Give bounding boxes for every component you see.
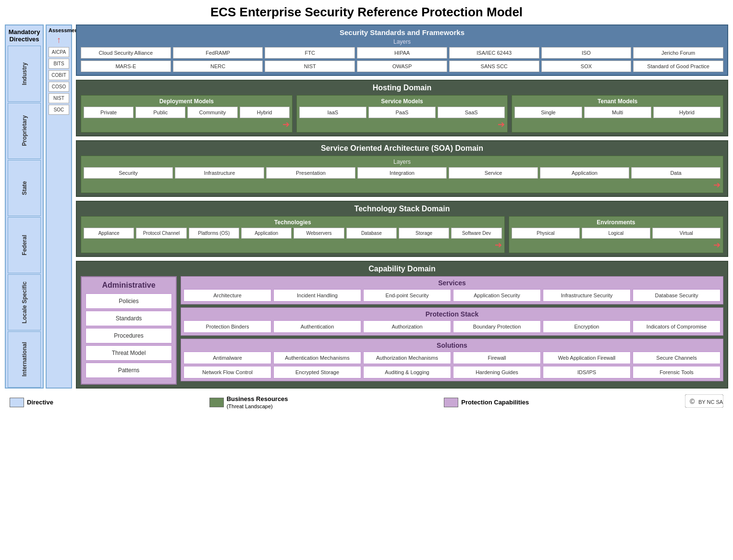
deployment-models-cells: Private Public Community Hybrid: [84, 107, 290, 118]
sol-forensic: Forensic Tools: [633, 366, 721, 378]
service-models-section: Service Models IaaS PaaS SaaS ➔: [296, 95, 508, 133]
sol-auth-mech: Authentication Mechanisms: [273, 352, 361, 364]
env-physical: Physical: [512, 228, 580, 239]
tech-domain-box: Technology Stack Domain Technologies App…: [76, 201, 728, 257]
tech-inner: Technologies Appliance Protocol Channel …: [81, 216, 723, 253]
deploy-public: Public: [135, 107, 185, 118]
sol-antimalware: Antimalware: [183, 352, 271, 364]
protection-stack-title: Protection Stack: [183, 310, 721, 318]
tech-appliance: Appliance: [84, 228, 134, 239]
administrative-title: Administrative: [86, 281, 172, 290]
soa-subtitle: Layers: [84, 158, 721, 165]
deploy-hybrid: Hybrid: [240, 107, 290, 118]
sol-auditing: Auditing & Logging: [363, 366, 451, 378]
legend-directive: Directive: [10, 398, 53, 407]
service-models-title: Service Models: [299, 98, 505, 105]
std-cell-csa: Cloud Security Alliance: [81, 47, 171, 59]
admin-threat-model: Threat Model: [86, 345, 172, 361]
security-standards-box: Security Standards and Frameworks Layers…: [76, 24, 728, 76]
env-virtual: Virtual: [652, 228, 721, 239]
prot-authentication: Authentication: [273, 320, 361, 333]
sol-hardening: Hardening Guides: [453, 366, 541, 378]
assessment-column: Assessment ↑ AICPA BITS COBIT COSO NIST …: [46, 24, 72, 389]
directive-title: Mandatory Directives: [8, 28, 41, 43]
prot-authorization: Authorization: [363, 320, 451, 333]
assessment-item-aicpa: AICPA: [49, 47, 69, 57]
environments-section: Environments Physical Logical Virtual ➔: [509, 216, 723, 253]
directive-box: Mandatory Directives Industry Proprietar…: [5, 24, 44, 389]
tech-softwaredev: Software Dev: [451, 228, 501, 239]
security-standards-subtitle: Layers: [81, 38, 723, 45]
service-arrow-icon: ➔: [299, 119, 505, 130]
std-cell-isa: ISA/IEC 62443: [449, 47, 539, 59]
hosting-domain-title: Hosting Domain: [81, 84, 723, 92]
env-arrow-icon: ➔: [512, 240, 721, 250]
tech-webservers: Webservers: [293, 228, 344, 239]
legend-directive-label: Directive: [27, 399, 53, 406]
std-cell-ftc: FTC: [265, 47, 355, 59]
assessment-item-soc: SOC: [49, 105, 69, 115]
prot-boundary: Boundary Protection: [453, 320, 541, 333]
legend-protection: Protection Capabilities: [444, 398, 529, 407]
soa-cells: Security Infrastructure Presentation Int…: [84, 167, 721, 179]
right-content: Security Standards and Frameworks Layers…: [76, 24, 728, 389]
left-sidebar: Mandatory Directives Industry Proprietar…: [5, 24, 72, 389]
soa-service: Service: [449, 167, 538, 179]
security-standards-title: Security Standards and Frameworks: [81, 28, 723, 37]
technologies-section: Technologies Appliance Protocol Channel …: [81, 216, 505, 253]
std-cell-fedramp: FedRAMP: [173, 47, 263, 59]
service-paas: PaaS: [368, 107, 436, 118]
assessment-title: Assessment: [49, 27, 69, 33]
prot-indicators: Indicators of Compromise: [633, 320, 721, 333]
svc-endpoint: End-point Security: [363, 289, 451, 302]
soa-inner: Layers Security Infrastructure Presentat…: [81, 156, 723, 193]
admin-patterns: Patterns: [86, 363, 172, 378]
tenant-hybrid: Hybrid: [653, 107, 721, 118]
service-saas: SaaS: [438, 107, 505, 118]
svg-text:BY NC SA: BY NC SA: [698, 399, 723, 405]
sol-encrypted-storage: Encrypted Storage: [273, 366, 361, 378]
std-cell-hipaa: HIPAA: [357, 47, 447, 59]
services-row1: Architecture Incident Handling End-point…: [183, 289, 721, 302]
capability-domain-box: Capability Domain Administrative Policie…: [76, 261, 728, 389]
deployment-models-title: Deployment Models: [84, 98, 290, 105]
deploy-private: Private: [84, 107, 134, 118]
security-standards-grid-row2: MARS-E NERC NIST OWASP SANS SCC SOX Stan…: [81, 61, 723, 72]
tech-protocol: Protocol Channel: [136, 228, 186, 239]
tenant-models-section: Tenant Models Single Multi Hybrid: [512, 95, 723, 133]
legend-protection-label: Protection Capabilities: [461, 399, 529, 406]
solutions-title: Solutions: [183, 341, 721, 349]
technologies-cells: Appliance Protocol Channel Platforms (OS…: [84, 228, 502, 239]
service-models-cells: IaaS PaaS SaaS: [299, 107, 505, 118]
std-cell-nist: NIST: [265, 61, 355, 72]
directive-categories: Industry Proprietary State Federal Local…: [8, 46, 41, 388]
soa-application: Application: [540, 167, 629, 179]
tech-platforms: Platforms (OS): [189, 228, 239, 239]
std-cell-sans: SANS SCC: [449, 61, 539, 72]
directive-cat-international: International: [8, 331, 41, 388]
tenant-models-title: Tenant Models: [514, 98, 721, 105]
sol-authz-mech: Authorization Mechanisms: [363, 352, 451, 364]
legend-directive-box: [10, 398, 24, 407]
legend-business: Business Resources (Threat Landscape): [209, 395, 288, 410]
hosting-inner: Deployment Models Private Public Communi…: [81, 95, 723, 133]
sol-netflow: Network Flow Control: [183, 366, 271, 378]
directive-cat-industry: Industry: [8, 46, 41, 102]
cc-license-icon: © BY NC SA: [685, 394, 723, 410]
tech-storage: Storage: [399, 228, 449, 239]
soa-arrow-icon: ➔: [84, 180, 721, 190]
svg-text:©: ©: [690, 398, 695, 405]
tenant-multi: Multi: [584, 107, 651, 118]
svc-infrasec: Infrastructure Security: [543, 289, 631, 302]
tech-application: Application: [241, 228, 292, 239]
legend-protection-box: [444, 398, 458, 407]
soa-domain-box: Service Oriented Architecture (SOA) Doma…: [76, 140, 728, 197]
directive-cat-locale: Locale Specific: [8, 274, 41, 330]
services-block: Services Architecture Incident Handling …: [181, 276, 723, 304]
protection-stack-block: Protection Stack Protection Binders Auth…: [181, 307, 723, 336]
tech-domain-title: Technology Stack Domain: [81, 205, 723, 213]
admin-procedures: Procedures: [86, 328, 172, 343]
sol-waf: Web Application Firewall: [543, 352, 631, 364]
sol-idsips: IDS/IPS: [543, 366, 631, 378]
services-block-title: Services: [183, 279, 721, 287]
